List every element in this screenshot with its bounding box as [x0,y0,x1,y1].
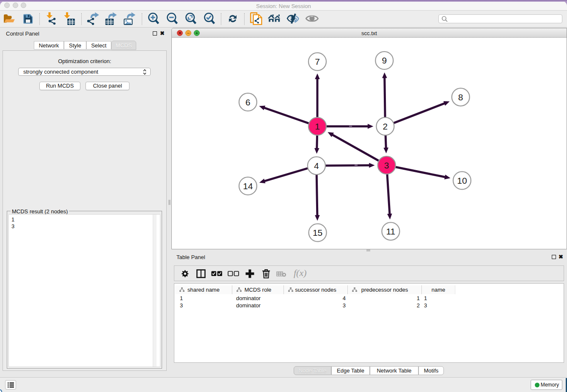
svg-text:4: 4 [314,161,319,171]
svg-text:11: 11 [386,226,395,236]
svg-text:9: 9 [382,55,387,65]
svg-text:1: 1 [315,121,320,131]
svg-text:6: 6 [245,97,250,107]
svg-text:7: 7 [315,57,320,66]
svg-text:15: 15 [313,228,322,237]
svg-text:14: 14 [243,181,253,191]
svg-text:3: 3 [384,160,389,170]
svg-text:10: 10 [457,176,467,185]
svg-text:2: 2 [383,121,388,131]
svg-text:8: 8 [458,92,463,102]
